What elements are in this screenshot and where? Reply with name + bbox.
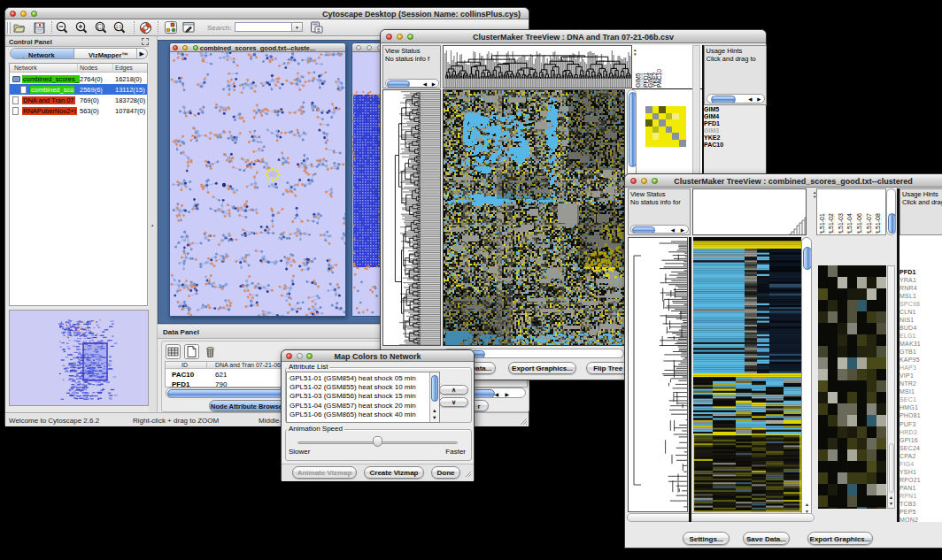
svg-text:1:1: 1:1 [116,25,122,29]
